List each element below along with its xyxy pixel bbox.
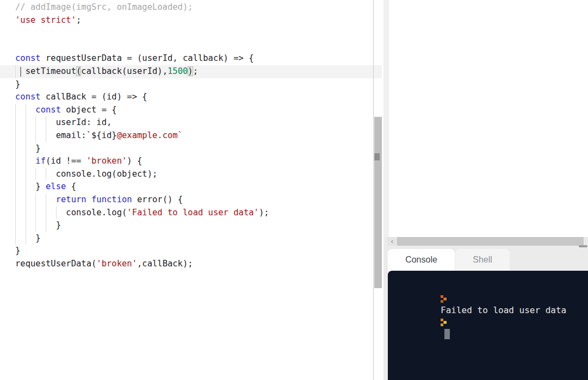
tab-console[interactable]: Console [388, 249, 455, 271]
code-line[interactable]: } [0, 78, 382, 91]
indent-guide [35, 207, 36, 220]
code-token: // addImage(imgSrc, onImageLoaded); [15, 2, 193, 12]
code-line[interactable]: } [0, 142, 382, 155]
indent-guide [35, 116, 36, 129]
indent-guide [15, 116, 16, 129]
indent-guide [15, 207, 16, 220]
code-token: console.log( [15, 208, 127, 217]
code-token: 'use strict' [15, 15, 76, 25]
indent-guide [46, 129, 46, 142]
code-token: ,callBack); [137, 259, 193, 269]
indent-guide [15, 219, 16, 232]
indent-guide [26, 116, 26, 129]
code-line[interactable]: } else { [0, 180, 382, 194]
indent-guide [26, 168, 26, 181]
code-token: } [15, 233, 41, 243]
code-line[interactable]: const callBack = (id) => { [0, 91, 382, 104]
code-line[interactable]: userId: id, [0, 116, 382, 129]
indent-guide [15, 104, 16, 117]
code-token: ; [193, 66, 198, 76]
editor-scrollbar-thumb[interactable] [374, 117, 382, 288]
horizontal-scrollbar-thumb[interactable] [397, 237, 584, 246]
chevron-left-icon: ‹ [391, 237, 393, 245]
code-line[interactable]: console.log(object); [0, 168, 382, 181]
code-line[interactable]: } [0, 245, 382, 258]
code-line[interactable]: email:`${id}@example.com` [0, 129, 382, 142]
indent-guide [15, 194, 16, 207]
code-token: ) [188, 66, 193, 76]
console-drawer: ‹ Console Shell Failed to load user data [383, 237, 588, 380]
console-prompt-line [399, 281, 588, 293]
code-token: } [15, 144, 41, 153]
indent-guide [26, 207, 26, 220]
indent-guide [26, 180, 26, 194]
code-line[interactable]: } [0, 219, 382, 232]
code-line[interactable]: if(id !== 'broken') { [0, 155, 382, 168]
code-token: setTimeout [15, 66, 76, 76]
code-token: @example.com` [117, 130, 183, 140]
code-token: return [56, 195, 86, 204]
code-line[interactable]: // addImage(imgSrc, onImageLoaded); [0, 1, 382, 14]
code-line[interactable] [0, 27, 382, 40]
code-line[interactable]: const object = { [0, 104, 382, 117]
indent-guide [26, 104, 26, 117]
console-input-line [399, 304, 588, 316]
code-token: callBack = (id) => { [41, 92, 147, 102]
tab-shell[interactable]: Shell [455, 249, 510, 271]
indent-guide [26, 219, 26, 232]
indent-guide [46, 207, 46, 220]
code-token: (id !== [46, 156, 86, 166]
indent-guide [35, 194, 36, 207]
code-token: ; [76, 15, 81, 25]
code-token: 1500 [168, 66, 188, 76]
scroll-left-button[interactable]: ‹ [387, 237, 397, 246]
code-editor-pane[interactable]: // addImage(imgSrc, onImageLoaded);'use … [0, 0, 383, 380]
code-line[interactable]: 'use strict'; [0, 14, 382, 27]
code-token: 'broken' [96, 259, 137, 269]
code-token [86, 195, 91, 204]
code-token: error() { [132, 195, 183, 204]
indent-guide [15, 65, 16, 78]
code-token: } [15, 79, 20, 89]
indent-guide [46, 194, 46, 207]
code-line[interactable]: requestUserData('broken',callBack); [0, 258, 382, 271]
code-line[interactable]: } [0, 232, 382, 245]
preview-horizontal-scrollbar[interactable]: ‹ [387, 237, 588, 246]
indent-guide [35, 219, 36, 232]
indent-guide [35, 168, 36, 181]
code-token: function [91, 195, 132, 204]
terminal-cursor [444, 329, 450, 339]
indent-guide [46, 219, 46, 232]
indent-guide [56, 207, 57, 220]
editor-scrollbar-separator [373, 0, 374, 380]
code-token: requestUserData( [15, 259, 96, 269]
indent-guide [15, 180, 16, 194]
code-line[interactable]: console.log('Failed to load user data'); [0, 207, 382, 220]
editor-scrollbar-cursor-marker [374, 153, 380, 160]
code-line[interactable]: setTimeout(callback(userId),1500); [0, 65, 382, 78]
preview-pane [389, 0, 588, 237]
code-token: ( [76, 66, 81, 76]
indent-guide [15, 232, 16, 245]
indent-guide [26, 194, 26, 207]
code-line[interactable]: return function error() { [0, 194, 382, 207]
code-token: { [66, 182, 76, 191]
indent-guide [26, 129, 26, 142]
code-token: } [15, 220, 61, 230]
prompt-chevron-icon [441, 319, 447, 326]
code-line[interactable] [0, 40, 382, 53]
drawer-resize-handle-icon[interactable] [579, 245, 587, 247]
console-output-panel[interactable]: Failed to load user data [388, 271, 588, 380]
code-token: const [15, 92, 41, 102]
indent-guide [26, 142, 26, 155]
code-token: 'Failed to load user data' [127, 208, 259, 217]
code-token: email:`${id} [15, 130, 117, 140]
code-area[interactable]: // addImage(imgSrc, onImageLoaded);'use … [0, 1, 383, 270]
ide-window: // addImage(imgSrc, onImageLoaded);'use … [0, 0, 588, 380]
code-token: else [46, 182, 66, 191]
code-token: const [35, 105, 61, 115]
code-line[interactable]: const requestUserData = (userId, callbac… [0, 52, 382, 65]
code-token: callback(userId), [81, 66, 168, 76]
indent-guide [15, 155, 16, 168]
code-token: ); [259, 208, 269, 217]
